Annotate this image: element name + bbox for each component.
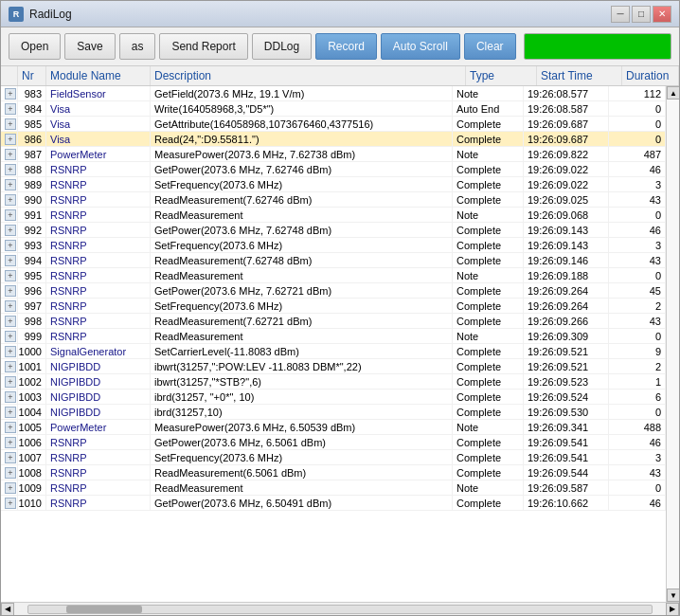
expand-button[interactable]: +	[5, 240, 16, 251]
table-row[interactable]: +987PowerMeterMeasurePower(2073.6 MHz, 7…	[1, 147, 666, 162]
table-row[interactable]: +985VisaGetAttribute(164058968,107367646…	[1, 117, 666, 132]
expand-button[interactable]: +	[5, 134, 16, 145]
save-button[interactable]: Save	[64, 33, 115, 60]
table-row[interactable]: +999RSNRPReadMeasurementNote19:26:09.309…	[1, 329, 666, 344]
expand-button[interactable]: +	[5, 437, 16, 448]
expand-button[interactable]: +	[5, 164, 16, 175]
row-expand[interactable]: +	[1, 162, 18, 176]
row-expand[interactable]: +	[1, 86, 18, 100]
table-row[interactable]: +1004NIGPIBDDibrd(31257,10)Complete19:26…	[1, 405, 666, 420]
expand-button[interactable]: +	[5, 225, 16, 236]
table-row[interactable]: +1007RSNRPSetFrequency(2073.6 MHz)Comple…	[1, 450, 666, 465]
record-button[interactable]: Record	[315, 33, 377, 60]
table-row[interactable]: +1003NIGPIBDDibrd(31257, "+0*", 10)Compl…	[1, 390, 666, 405]
row-expand[interactable]: +	[1, 374, 18, 389]
expand-button[interactable]: +	[5, 118, 16, 130]
row-expand[interactable]: +	[1, 496, 18, 510]
scroll-down-arrow[interactable]: ▼	[667, 589, 679, 602]
send-report-button[interactable]: Send Report	[159, 33, 247, 60]
row-expand[interactable]: +	[1, 465, 18, 480]
expand-button[interactable]: +	[5, 285, 16, 297]
table-row[interactable]: +1008RSNRPReadMeasurement(6.5061 dBm)Com…	[1, 465, 666, 480]
row-expand[interactable]: +	[1, 450, 18, 464]
scroll-right-arrow[interactable]: ▶	[666, 603, 679, 616]
vertical-scrollbar[interactable]: ▲ ▼	[666, 86, 679, 602]
table-row[interactable]: +997RSNRPSetFrequency(2073.6 MHz)Complet…	[1, 299, 666, 314]
close-button[interactable]: ✕	[653, 6, 671, 23]
open-button[interactable]: Open	[9, 33, 61, 60]
expand-button[interactable]: +	[5, 422, 16, 433]
row-expand[interactable]: +	[1, 420, 18, 434]
table-row[interactable]: +1009RSNRPReadMeasurementNote19:26:09.58…	[1, 480, 666, 496]
horizontal-scrollbar[interactable]: ◀ ▶	[1, 602, 679, 615]
expand-button[interactable]: +	[5, 376, 16, 388]
row-expand[interactable]: +	[1, 435, 18, 449]
table-row[interactable]: +1002NIGPIBDDibwrt(31257,"*STB?",6)Compl…	[1, 374, 666, 390]
expand-button[interactable]: +	[5, 300, 16, 312]
minimize-button[interactable]: ─	[611, 6, 630, 23]
scroll-left-arrow[interactable]: ◀	[1, 603, 14, 616]
table-row[interactable]: +984VisaWrite(164058968,3,"D5*")Auto End…	[1, 101, 666, 117]
table-row[interactable]: +992RSNRPGetPower(2073.6 MHz, 7.62748 dB…	[1, 223, 666, 238]
row-expand[interactable]: +	[1, 390, 18, 404]
expand-button[interactable]: +	[5, 407, 16, 418]
expand-button[interactable]: +	[5, 331, 16, 342]
auto-scroll-button[interactable]: Auto Scroll	[381, 33, 460, 60]
row-expand[interactable]: +	[1, 101, 18, 116]
row-expand[interactable]: +	[1, 132, 18, 146]
table-row[interactable]: +990RSNRPReadMeasurement(7.62746 dBm)Com…	[1, 192, 666, 208]
clear-button[interactable]: Clear	[464, 33, 516, 60]
ddlog-button[interactable]: DDLog	[252, 33, 312, 60]
scrollbar-thumb-h[interactable]	[66, 606, 142, 613]
expand-button[interactable]: +	[5, 88, 16, 100]
table-row[interactable]: +988RSNRPGetPower(2073.6 MHz, 7.62746 dB…	[1, 162, 666, 177]
table-row[interactable]: +995RSNRPReadMeasurementNote19:26:09.188…	[1, 268, 666, 283]
table-row[interactable]: +986VisaRead(24,":D9.55811.")Complete19:…	[1, 132, 666, 147]
expand-button[interactable]: +	[5, 391, 16, 403]
row-expand[interactable]: +	[1, 405, 18, 419]
scroll-up-arrow[interactable]: ▲	[667, 86, 679, 100]
table-row[interactable]: +1001NIGPIBDDibwrt(31257,":POW:LEV -11.8…	[1, 359, 666, 374]
expand-button[interactable]: +	[5, 346, 16, 357]
expand-button[interactable]: +	[5, 498, 16, 509]
row-expand[interactable]: +	[1, 223, 18, 237]
row-expand[interactable]: +	[1, 283, 18, 298]
table-row[interactable]: +1006RSNRPGetPower(2073.6 MHz, 6.5061 dB…	[1, 435, 666, 450]
table-row[interactable]: +991RSNRPReadMeasurementNote19:26:09.068…	[1, 208, 666, 223]
expand-button[interactable]: +	[5, 361, 16, 372]
row-expand[interactable]: +	[1, 192, 18, 207]
row-expand[interactable]: +	[1, 208, 18, 222]
expand-button[interactable]: +	[5, 270, 16, 281]
expand-button[interactable]: +	[5, 255, 16, 266]
row-expand[interactable]: +	[1, 314, 18, 328]
table-row[interactable]: +998RSNRPReadMeasurement(7.62721 dBm)Com…	[1, 314, 666, 329]
table-row[interactable]: +989RSNRPSetFrequency(2073.6 MHz)Complet…	[1, 177, 666, 192]
expand-button[interactable]: +	[5, 179, 16, 190]
save-as-button[interactable]: as	[119, 33, 156, 60]
table-row[interactable]: +996RSNRPGetPower(2073.6 MHz, 7.62721 dB…	[1, 283, 666, 299]
row-expand[interactable]: +	[1, 268, 18, 282]
row-expand[interactable]: +	[1, 359, 18, 373]
expand-button[interactable]: +	[5, 482, 16, 494]
row-expand[interactable]: +	[1, 117, 18, 131]
table-row[interactable]: +994RSNRPReadMeasurement(7.62748 dBm)Com…	[1, 253, 666, 268]
scrollbar-track-h[interactable]	[27, 605, 653, 614]
table-row[interactable]: +983FieldSensorGetField(2073.6 MHz, 19.1…	[1, 86, 666, 101]
table-row[interactable]: +1000SignalGeneratorSetCarrierLevel(-11.…	[1, 344, 666, 359]
expand-button[interactable]: +	[5, 316, 16, 327]
scroll-track[interactable]	[667, 100, 679, 589]
row-expand[interactable]: +	[1, 329, 18, 343]
row-expand[interactable]: +	[1, 344, 18, 358]
maximize-button[interactable]: □	[632, 6, 651, 23]
expand-button[interactable]: +	[5, 149, 16, 160]
row-expand[interactable]: +	[1, 238, 18, 252]
table-row[interactable]: +1005PowerMeterMeasurePower(2073.6 MHz, …	[1, 420, 666, 435]
expand-button[interactable]: +	[5, 209, 16, 221]
table-body[interactable]: +983FieldSensorGetField(2073.6 MHz, 19.1…	[1, 86, 666, 602]
table-row[interactable]: +1010RSNRPGetPower(2073.6 MHz, 6.50491 d…	[1, 496, 666, 511]
row-expand[interactable]: +	[1, 147, 18, 161]
expand-button[interactable]: +	[5, 194, 16, 206]
row-expand[interactable]: +	[1, 480, 18, 495]
table-row[interactable]: +993RSNRPSetFrequency(2073.6 MHz)Complet…	[1, 238, 666, 253]
row-expand[interactable]: +	[1, 177, 18, 191]
